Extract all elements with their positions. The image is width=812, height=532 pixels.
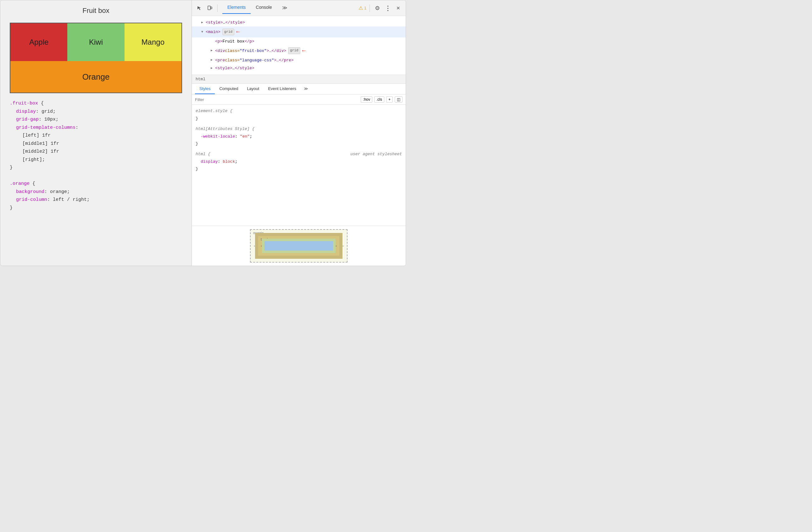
dom-row-div[interactable]: ▶ <div class="fruit-box">…</div> grid ← bbox=[192, 45, 406, 56]
dom-ellipsis: … bbox=[223, 19, 226, 26]
code-prop-bg: background bbox=[16, 189, 44, 195]
fruit-orange: Orange bbox=[10, 61, 182, 93]
fruit-kiwi: Kiwi bbox=[67, 23, 124, 61]
dom-close-tag-p: </p> bbox=[245, 38, 255, 45]
dom-tag-p: <p> bbox=[215, 38, 222, 45]
filter-buttons: :hov .cls + ◫ bbox=[361, 96, 403, 103]
settings-icon[interactable]: ⚙ bbox=[373, 4, 382, 13]
dom-badge-grid-main[interactable]: grid bbox=[222, 29, 234, 36]
dom-attr-value-pre: "language-css" bbox=[240, 57, 274, 64]
styles-panel: Styles Computed Layout Event Listeners ≫… bbox=[192, 84, 406, 266]
toolbar-divider-1 bbox=[217, 4, 218, 12]
warning-badge[interactable]: ⚠ 1 bbox=[359, 5, 366, 11]
hov-button[interactable]: :hov bbox=[361, 96, 372, 103]
dom-row-p[interactable]: <p>Fruit box</p> bbox=[192, 38, 406, 45]
tab-styles[interactable]: Styles bbox=[195, 84, 215, 94]
cls-button[interactable]: .cls bbox=[374, 96, 384, 103]
fruit-mango: Mango bbox=[125, 23, 182, 61]
box-margin-row: - border - - - bbox=[254, 233, 344, 259]
box-margin-val-right: - bbox=[343, 244, 344, 248]
code-prop-columns: grid-template-columns bbox=[16, 125, 75, 130]
rule-prop-display: display bbox=[195, 159, 218, 164]
box-padding bbox=[262, 239, 336, 253]
rule-selector-html: html { bbox=[195, 151, 211, 158]
style-rule-html: html { user agent stylesheet display: bl… bbox=[195, 151, 402, 172]
plus-button[interactable]: + bbox=[386, 96, 393, 103]
svg-rect-1 bbox=[211, 7, 212, 9]
box-model-container: margin - border - - bbox=[192, 226, 406, 266]
dom-tag-style2: <style> bbox=[215, 65, 232, 72]
styles-tabs: Styles Computed Layout Event Listeners ≫ bbox=[192, 84, 406, 95]
dom-arrow-main: ← bbox=[236, 27, 240, 37]
rule-selector-html-attr: html[Attributes Style] { bbox=[195, 127, 255, 131]
html-breadcrumb[interactable]: html bbox=[192, 75, 406, 84]
dom-row-main[interactable]: ▼ <main> grid ← bbox=[192, 26, 406, 37]
tab-elements[interactable]: Elements bbox=[222, 2, 251, 14]
devtools-toolbar: Elements Console ≫ ⚠ 1 ⚙ ⋮ ✕ bbox=[192, 0, 406, 16]
dom-row-pre[interactable]: ▶ <pre class="language-css">…</pre> bbox=[192, 56, 406, 64]
dom-triangle-pre[interactable]: ▶ bbox=[211, 57, 215, 63]
dom-attr-class: class= bbox=[225, 47, 240, 54]
inspect-icon[interactable] bbox=[195, 4, 204, 13]
dom-tag-div-close: >…</div> bbox=[267, 47, 286, 54]
tab-more-icon[interactable]: ≫ bbox=[277, 2, 292, 14]
code-prop-display: display bbox=[16, 109, 36, 114]
styles-tab-more[interactable]: ≫ bbox=[301, 84, 311, 94]
box-model: margin - border - - bbox=[250, 229, 348, 263]
dom-tag-pre: <pre bbox=[215, 57, 225, 64]
toolbar-divider-2 bbox=[369, 4, 370, 12]
code-selector-1: .fruit-box bbox=[10, 101, 38, 106]
box-border: border - - bbox=[255, 233, 343, 259]
left-panel: Fruit box Apple Kiwi Mango Orange .fruit… bbox=[0, 0, 191, 266]
more-options-icon[interactable]: ⋮ bbox=[383, 4, 392, 13]
rule-selector-element: element.style { bbox=[195, 109, 232, 113]
devtools-tabs: Elements Console ≫ bbox=[222, 2, 292, 14]
warning-icon: ⚠ bbox=[359, 5, 363, 11]
box-content bbox=[264, 241, 333, 251]
dom-text-p: Fruit box bbox=[222, 38, 244, 45]
box-border-row: - - bbox=[261, 239, 337, 253]
device-icon[interactable] bbox=[205, 4, 214, 13]
styles-filter-bar: :hov .cls + ◫ bbox=[192, 95, 406, 105]
box-margin: margin - border - - bbox=[250, 229, 348, 263]
rule-value-webkit: "en" bbox=[240, 134, 250, 139]
dom-triangle-style2[interactable]: ▶ bbox=[211, 66, 215, 71]
code-prop-gap: grid-gap bbox=[16, 117, 39, 122]
dom-row-style2[interactable]: ▶ <style>…</style> bbox=[192, 64, 406, 72]
dom-tag-div: <div bbox=[215, 47, 225, 54]
dom-arrow-div: ← bbox=[302, 46, 306, 56]
dom-row-style1[interactable]: ▶ <style>…</style> bbox=[192, 18, 406, 26]
tab-layout[interactable]: Layout bbox=[243, 84, 263, 94]
dom-tag-main: <main> bbox=[206, 28, 220, 36]
dom-tree: ▶ <style>…</style> ▼ <main> grid ← <p>Fr… bbox=[192, 16, 406, 75]
dom-badge-grid-div[interactable]: grid bbox=[288, 47, 300, 54]
code-selector-2: .orange bbox=[10, 181, 30, 186]
filter-input[interactable] bbox=[195, 97, 358, 102]
close-icon[interactable]: ✕ bbox=[394, 4, 403, 13]
page-title: Fruit box bbox=[10, 6, 182, 15]
dom-close-tag-style2: </style> bbox=[235, 65, 254, 72]
style-rule-html-attr: html[Attributes Style] { -webkit-locale:… bbox=[195, 125, 402, 147]
rule-value-display: block bbox=[223, 159, 235, 164]
styles-content: element.style { } html[Attributes Style]… bbox=[192, 105, 406, 226]
dom-triangle-main[interactable]: ▼ bbox=[201, 29, 206, 35]
style-rule-element: element.style { } bbox=[195, 107, 402, 122]
dom-tag: <style> bbox=[206, 19, 223, 26]
dom-triangle[interactable]: ▶ bbox=[201, 20, 206, 26]
fruit-grid: Apple Kiwi Mango Orange bbox=[10, 23, 182, 93]
svg-rect-0 bbox=[208, 6, 211, 10]
fruit-apple: Apple bbox=[10, 23, 67, 61]
tab-event-listeners[interactable]: Event Listeners bbox=[263, 84, 301, 94]
rule-source: user agent stylesheet bbox=[350, 151, 402, 158]
layout-button[interactable]: ◫ bbox=[395, 96, 403, 103]
dom-attr-class-pre: class= bbox=[225, 57, 240, 64]
tab-computed[interactable]: Computed bbox=[215, 84, 243, 94]
devtools-panel: Elements Console ≫ ⚠ 1 ⚙ ⋮ ✕ ▶ <style>…<… bbox=[191, 0, 406, 266]
dom-close-tag: </style> bbox=[225, 19, 245, 26]
tab-console[interactable]: Console bbox=[251, 2, 277, 14]
warning-count: 1 bbox=[364, 6, 366, 10]
rule-prop-webkit: -webkit-locale bbox=[195, 134, 235, 139]
box-border-val-right: - bbox=[336, 244, 337, 248]
code-prop-col: grid-column bbox=[16, 197, 47, 202]
dom-triangle-div[interactable]: ▶ bbox=[211, 48, 215, 54]
